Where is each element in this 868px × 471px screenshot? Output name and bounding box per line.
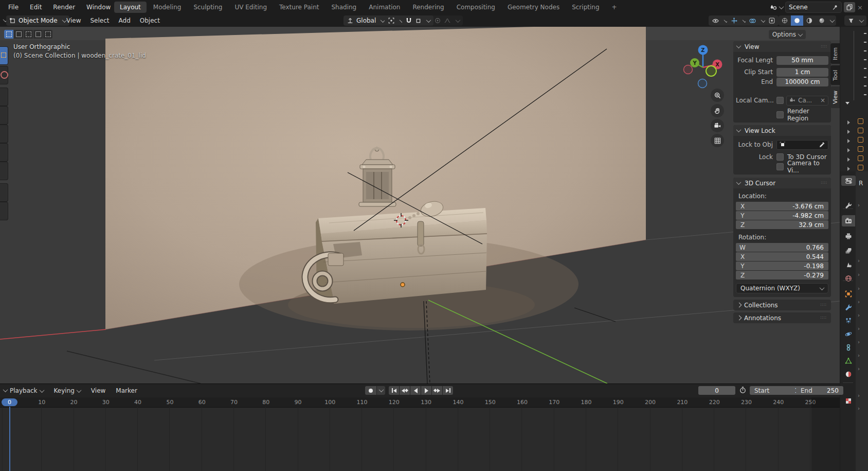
workspace-tab-geometry-nodes[interactable]: Geometry Nodes [502, 2, 565, 13]
collapsed-row-chevron-icon[interactable]: › [858, 286, 860, 291]
cursor-3d-header[interactable]: 3D Cursor ∷∷ [733, 178, 831, 188]
menu-render[interactable]: Render [48, 2, 80, 13]
camera-to-view-checkbox[interactable] [776, 163, 784, 170]
toolbar-tool-button-7[interactable] [0, 183, 8, 202]
camera-view-button[interactable] [711, 119, 724, 132]
collapsed-row-chevron-icon[interactable]: › [858, 272, 860, 277]
play-reverse-button[interactable] [410, 386, 421, 395]
value-field-end[interactable]: 100000 cm [776, 78, 828, 86]
next-keyframe-button[interactable] [432, 386, 442, 395]
auto-key-dropdown[interactable] [377, 386, 385, 395]
jump-to-start-button[interactable] [389, 386, 399, 395]
properties-editor[interactable]: R ›››››››››››› [840, 171, 868, 471]
local-camera-checkbox[interactable] [776, 97, 784, 104]
properties-tab-object-data[interactable] [842, 355, 855, 367]
workspace-tab-sculpting[interactable]: Sculpting [188, 2, 228, 13]
snap-controls[interactable] [402, 15, 433, 26]
collapsed-row-chevron-icon[interactable]: › [858, 299, 860, 305]
toolbar-tool-button-0[interactable] [0, 46, 8, 65]
toolbar-tool-button-3[interactable] [0, 106, 8, 125]
properties-tab-physics[interactable] [842, 328, 855, 340]
mode-selector[interactable]: Object Mode [6, 15, 69, 26]
collapsed-row-chevron-icon[interactable]: › [858, 353, 860, 358]
current-frame-field[interactable]: 0 [698, 386, 735, 395]
object-origin-dot[interactable] [401, 283, 405, 287]
tab-tool[interactable]: Tool [830, 65, 840, 85]
outliner-toggle-icon[interactable] [864, 42, 866, 43]
shading-solid-button[interactable] [791, 15, 803, 26]
properties-tab-texture[interactable] [842, 395, 855, 407]
outliner-filter-button[interactable] [844, 15, 866, 26]
toolbar-tool-button-2[interactable] [0, 88, 8, 106]
timeline-ruler[interactable]: 1020304050607080901001101201301401501601… [0, 397, 840, 408]
toolbar-tool-button-8[interactable] [0, 202, 8, 220]
panel-grip[interactable]: ∷∷ [821, 316, 827, 320]
shading-rendered-button[interactable] [816, 15, 828, 26]
clear-camera-icon[interactable]: × [820, 97, 825, 104]
viewport-canvas[interactable]: User Orthographic (0) Scene Collection |… [0, 27, 840, 383]
select-mode-extend-button[interactable] [14, 30, 23, 39]
properties-tab-tool[interactable] [842, 200, 855, 211]
menu-window[interactable]: Window [81, 2, 116, 13]
workspace-tab-layout[interactable]: Layout [114, 2, 147, 13]
pan-button[interactable] [711, 104, 724, 117]
pin-icon[interactable] [831, 4, 838, 11]
jump-to-end-button[interactable] [443, 386, 453, 395]
perspective-toggle-button[interactable] [711, 134, 724, 147]
shading-material-button[interactable] [803, 15, 816, 26]
frame-start-field[interactable]: Start 1 [750, 386, 803, 395]
collapsed-row-chevron-icon[interactable]: › [858, 339, 860, 345]
gizmo-negative-x-axis[interactable] [684, 65, 693, 74]
timeline-menu-view[interactable]: View [86, 387, 110, 394]
timeline-editor[interactable]: PlaybackKeyingViewMarker 0 Start 1 End 2… [0, 383, 840, 471]
tab-view[interactable]: View [830, 86, 840, 108]
collapsed-row-chevron-icon[interactable]: › [858, 366, 860, 372]
cursor-location-z-field[interactable]: Z32.9 cm [736, 220, 828, 229]
eyedropper-icon[interactable] [819, 142, 825, 148]
outliner-collapse-arrow-icon[interactable] [847, 120, 850, 125]
toolbar-tool-button-4[interactable] [0, 125, 8, 143]
workspace-tab-texture-paint[interactable]: Texture Paint [274, 2, 324, 13]
preview-range-button[interactable] [739, 386, 747, 394]
cursor-rotation-x-field[interactable]: X0.544 [736, 252, 828, 261]
previous-keyframe-button[interactable] [400, 386, 410, 395]
navigation-gizmo[interactable]: Z Y X [679, 40, 730, 92]
view-lock-header[interactable]: View Lock [733, 125, 831, 136]
scene-name-field[interactable]: Scene [785, 2, 842, 13]
timeline-menu-playback[interactable]: Playback [5, 387, 48, 394]
scene-type-button[interactable] [769, 4, 783, 11]
viewport-menu-view[interactable]: View [62, 17, 85, 24]
view-section-header[interactable]: View ∷∷ [733, 41, 831, 52]
transform-orientation-selector[interactable]: Global [343, 15, 388, 26]
rotation-mode-dropdown[interactable]: Quaternion (WXYZ) [736, 283, 828, 293]
viewport-menu-select[interactable]: Select [85, 17, 114, 24]
options-dropdown[interactable]: Options [769, 30, 806, 39]
play-forward-button[interactable] [421, 386, 431, 395]
cursor-location-x-field[interactable]: X-3.676 cm [736, 202, 828, 211]
workspace-tab-rendering[interactable]: Rendering [407, 2, 449, 13]
outliner-collapse-arrow-icon[interactable] [847, 130, 850, 134]
workspace-tab-uv-editing[interactable]: UV Editing [229, 2, 273, 13]
menu-file[interactable]: File [3, 2, 24, 13]
shading-wireframe-button[interactable] [779, 15, 791, 26]
toolbar-tool-button-5[interactable] [0, 143, 8, 162]
collapsed-row-chevron-icon[interactable]: › [858, 312, 860, 318]
select-mode-subtract-button[interactable] [24, 30, 33, 39]
properties-tab-scene[interactable] [842, 259, 855, 270]
workspace-tab-animation[interactable]: Animation [363, 2, 406, 13]
properties-tab-view-layer[interactable] [842, 245, 855, 256]
collapsed-panel-annotations[interactable]: Annotations∷∷ [733, 312, 831, 323]
cursor-rotation-z-field[interactable]: Z-0.279 [736, 271, 828, 280]
toolbar-tool-button-1[interactable] [0, 66, 8, 84]
outliner-toggle-icon[interactable] [864, 85, 866, 86]
viewport-menu-add[interactable]: Add [114, 17, 135, 24]
collapsed-row-chevron-icon[interactable]: › [858, 258, 860, 264]
properties-tab-material[interactable] [842, 369, 855, 380]
collapsed-panel-collections[interactable]: Collections∷∷ [733, 300, 831, 310]
outliner-collapse-arrow-icon[interactable] [847, 148, 850, 152]
outliner-toggle-icon[interactable] [864, 59, 866, 60]
timeline-menu-keying[interactable]: Keying [49, 387, 85, 394]
lock-to-object-field[interactable] [776, 140, 828, 150]
gizmo-negative-y-axis[interactable] [706, 66, 716, 76]
collapsed-row-chevron-icon[interactable]: › [858, 326, 860, 332]
